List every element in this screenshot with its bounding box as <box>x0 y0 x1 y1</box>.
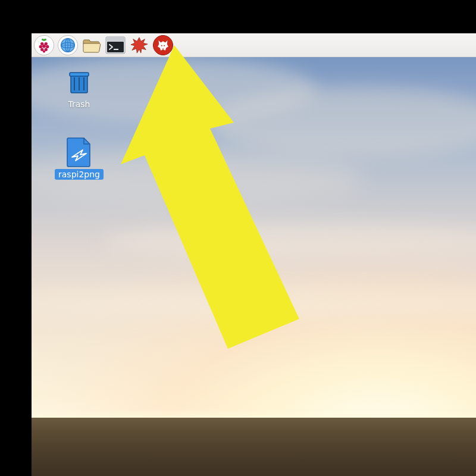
svg-rect-20 <box>70 73 89 76</box>
folder-icon <box>82 36 102 54</box>
mathematica-launcher[interactable] <box>129 35 149 55</box>
svg-rect-15 <box>114 49 118 50</box>
raspi2png-desktop-icon[interactable]: raspi2png <box>52 138 106 180</box>
wolfram-launcher[interactable] <box>153 35 173 55</box>
svg-rect-13 <box>106 37 125 41</box>
svg-rect-14 <box>107 42 124 52</box>
script-file-icon <box>65 138 93 167</box>
svg-marker-16 <box>131 37 148 52</box>
terminal-icon <box>105 36 126 54</box>
svg-point-3 <box>42 44 46 48</box>
cloud-decoration <box>32 289 476 319</box>
cloud-decoration <box>210 87 476 158</box>
desktop-viewport: Trash raspi2png <box>32 33 476 476</box>
web-browser-launcher[interactable] <box>58 35 78 55</box>
app-menu-button[interactable] <box>34 35 54 55</box>
svg-point-4 <box>46 45 49 48</box>
trash-icon <box>65 68 93 96</box>
raspberry-icon <box>36 37 52 53</box>
trash-desktop-icon[interactable]: Trash <box>52 68 106 109</box>
globe-icon <box>60 37 76 54</box>
ground <box>32 418 476 476</box>
desktop-icon-label: Trash <box>65 99 94 109</box>
svg-point-2 <box>39 45 42 48</box>
file-manager-launcher[interactable] <box>82 35 102 55</box>
svg-point-7 <box>43 50 45 52</box>
terminal-launcher[interactable] <box>105 35 126 55</box>
svg-point-17 <box>161 45 162 46</box>
desktop-icon-label: raspi2png <box>55 169 104 180</box>
taskbar <box>32 33 476 57</box>
cloud-decoration <box>103 224 476 259</box>
wolf-icon <box>156 38 170 52</box>
spiky-icon <box>130 36 148 54</box>
svg-point-18 <box>164 45 165 46</box>
